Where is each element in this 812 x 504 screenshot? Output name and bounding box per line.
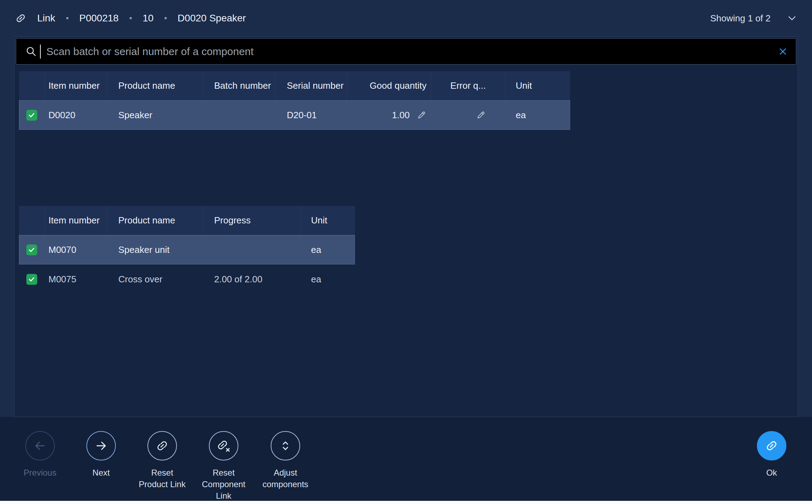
cell-item-number: M0070 [44,235,106,264]
col-select [19,71,44,100]
clear-search-icon[interactable] [778,46,788,57]
cell-item-number: D0020 [44,100,106,130]
cell-unit: ea [505,100,570,130]
col-serial-number: Serial number [275,71,346,100]
col-error-quantity: Error q... [431,71,505,100]
bottom-strip [0,501,812,504]
cell-product-name: Speaker unit [106,235,202,264]
ok-button[interactable]: Ok [745,431,798,478]
showing-count: Showing 1 of 2 [710,13,771,24]
reset-component-link-button[interactable]: Reset Component Link [197,431,250,501]
content-panel: Item number Product name Batch number Se… [14,36,798,417]
product-table-row[interactable]: D0020 Speaker D20-01 1.00 [19,100,570,130]
top-bar-right: Showing 1 of 2 [710,13,797,24]
previous-button[interactable]: Previous [14,431,66,478]
chevron-down-icon[interactable] [787,13,797,23]
row-checkbox[interactable] [26,110,37,121]
col-batch-number: Batch number [202,71,275,100]
component-table-header: Item number Product name Progress Unit [19,206,355,235]
reset-component-link-label: Reset Component Link [197,467,250,501]
search-bar [16,38,796,65]
breadcrumb-product: D0020 Speaker [178,13,246,24]
unlink-icon [216,438,231,453]
col-product-name: Product name [106,206,202,235]
col-select [19,206,44,235]
adjust-components-button[interactable]: Adjust components [259,431,312,490]
component-table-row[interactable]: M0070 Speaker unit ea [19,235,355,264]
breadcrumb-operation: 10 [143,13,153,24]
component-table-row[interactable]: M0075 Cross over 2.00 of 2.00 ea [19,264,355,294]
link-icon [15,12,27,24]
edit-error-quantity-icon[interactable] [476,110,486,120]
next-button[interactable]: Next [75,431,127,478]
cell-progress: 2.00 of 2.00 [202,264,301,294]
arrow-left-icon [33,439,47,453]
breadcrumb: Link • P000218 • 10 • D0020 Speaker [15,12,246,24]
top-bar: Link • P000218 • 10 • D0020 Speaker Show… [0,0,812,36]
cell-good-quantity: 1.00 [392,110,410,121]
search-input[interactable] [16,39,796,64]
col-item-number: Item number [44,206,106,235]
col-item-number: Item number [44,71,106,100]
col-progress: Progress [202,206,301,235]
arrow-right-icon [94,439,108,453]
breadcrumb-separator: • [129,13,132,23]
cell-batch-number [202,100,275,130]
row-checkbox[interactable] [26,244,37,255]
col-unit: Unit [301,206,355,235]
cell-serial-number: D20-01 [275,100,346,130]
breadcrumb-separator: • [66,13,68,23]
edit-good-quantity-icon[interactable] [417,110,427,120]
cell-product-name: Cross over [106,264,202,294]
cell-progress [202,235,301,264]
row-checkbox[interactable] [26,274,37,285]
breadcrumb-link: Link [37,13,55,24]
breadcrumb-production-order: P000218 [79,13,119,24]
link-icon [155,439,169,453]
adjust-components-label: Adjust components [259,467,312,490]
cell-product-name: Speaker [106,100,202,130]
product-table-header: Item number Product name Batch number Se… [19,71,570,100]
link-components-screen: Link • P000218 • 10 • D0020 Speaker Show… [0,0,812,504]
bottom-toolbar: Previous Next [0,417,812,501]
previous-label: Previous [24,467,56,478]
col-product-name: Product name [106,71,202,100]
product-table: Item number Product name Batch number Se… [19,71,570,130]
next-label: Next [92,467,110,478]
adjust-up-down-icon [278,439,292,453]
ok-label: Ok [766,467,777,478]
component-table: Item number Product name Progress Unit M… [19,206,355,294]
link-icon [765,439,779,453]
reset-product-link-label: Reset Product Link [136,467,189,490]
cell-unit: ea [301,264,355,294]
breadcrumb-separator: • [164,13,167,23]
cell-unit: ea [301,235,355,264]
cell-item-number: M0075 [44,264,106,294]
col-good-quantity: Good quantity [346,71,431,100]
reset-product-link-button[interactable]: Reset Product Link [136,431,189,490]
col-unit: Unit [505,71,570,100]
